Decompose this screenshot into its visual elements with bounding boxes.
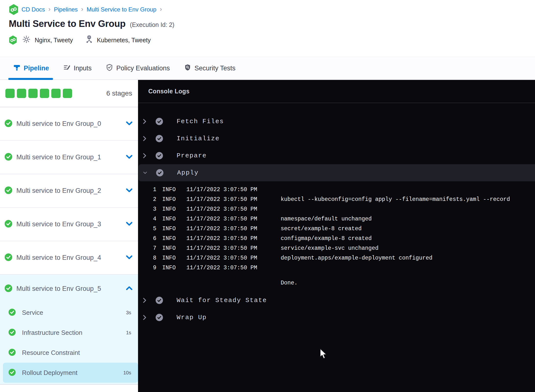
console-step-prepare[interactable]: Prepare: [138, 147, 535, 164]
environments-label[interactable]: Kubernetes, Tweety: [97, 37, 151, 44]
tab-pipeline-label: Pipeline: [24, 65, 49, 72]
tab-inputs-label: Inputs: [74, 65, 92, 72]
log-level: INFO: [162, 265, 186, 271]
console-logs-body: Fetch Files Initialize Prepare Apply: [138, 103, 535, 392]
console-step-label: Wrap Up: [177, 314, 207, 321]
step-row-service[interactable]: Service 3s: [0, 303, 138, 323]
stage-row[interactable]: Multi service to Env Group_2: [0, 174, 138, 208]
log-line-number: 6: [138, 235, 156, 242]
log-level: INFO: [162, 226, 186, 232]
step-name: Infrastructure Section: [22, 329, 120, 337]
chevron-up-icon[interactable]: [126, 286, 133, 291]
stage-row[interactable]: Multi service to Env Group_3: [0, 208, 138, 241]
console-step-label: Prepare: [177, 152, 207, 159]
execution-header: CD Docs › Pipelines › Multi Service to E…: [0, 0, 535, 57]
security-shield-icon: [184, 64, 191, 73]
console-step-label: Fetch Files: [177, 118, 224, 125]
stage-name: Multi service to Env Group_0: [16, 120, 122, 128]
tab-inputs[interactable]: Inputs: [63, 57, 92, 79]
stage-name: Multi service to Env Group_2: [16, 187, 122, 195]
breadcrumb-link-project[interactable]: CD Docs: [21, 6, 45, 13]
chevron-down-icon[interactable]: [126, 188, 133, 194]
stage-row[interactable]: Multi service to Env Group_0: [0, 107, 138, 141]
stage-progress-row: 6 stages: [0, 80, 138, 107]
chevron-down-icon[interactable]: [126, 121, 133, 127]
console-logs-panel: Console Logs Fetch Files Initialize Prep…: [138, 80, 535, 392]
chevron-down-icon[interactable]: [143, 171, 147, 174]
console-step-wait-for-steady-state[interactable]: Wait for Steady State: [138, 292, 535, 309]
services-gear-icon: [22, 35, 31, 45]
log-message: kubectl --kubeconfig=config apply --file…: [281, 196, 535, 203]
console-step-wrap-up[interactable]: Wrap Up: [138, 309, 535, 326]
tab-security-tests-label: Security Tests: [194, 65, 235, 72]
stage-row-expanded[interactable]: Multi service to Env Group_5: [0, 275, 138, 303]
log-timestamp: 11/17/2022 3:07:50 PM: [186, 216, 281, 222]
chevron-right-icon[interactable]: [143, 136, 147, 142]
stage-progress-square: [17, 89, 26, 98]
chevron-right-icon[interactable]: [143, 315, 147, 320]
console-step-apply-expanded[interactable]: Apply: [139, 164, 535, 181]
chevron-down-icon[interactable]: [126, 222, 133, 227]
log-done-line: Done.: [138, 278, 535, 288]
stage-name: Multi service to Env Group_3: [16, 220, 122, 228]
log-level: INFO: [162, 235, 186, 242]
log-message: namespace/default unchanged: [281, 216, 535, 222]
chevron-right-icon[interactable]: [143, 119, 147, 124]
tab-security-tests[interactable]: Security Tests: [184, 57, 235, 79]
execution-tabbar: Pipeline Inputs Policy Evaluations Secur…: [0, 57, 535, 80]
log-done-label: Done.: [281, 280, 298, 286]
log-line: 6INFO11/17/2022 3:07:50 PMconfigmap/exam…: [138, 234, 535, 243]
console-logs-header: Console Logs: [138, 80, 535, 103]
log-line: 9INFO11/17/2022 3:07:50 PM: [138, 263, 535, 273]
log-line-number: 3: [138, 206, 156, 212]
step-duration: 1s: [126, 330, 131, 336]
step-duration: 3s: [126, 310, 131, 316]
stage-progress-square: [5, 89, 15, 98]
tab-policy-evaluations-label: Policy Evaluations: [116, 65, 170, 72]
step-row-infrastructure[interactable]: Infrastructure Section 1s: [0, 323, 138, 343]
step-row-rollout-deployment-selected[interactable]: Rollout Deployment 10s: [3, 363, 138, 383]
stage-row[interactable]: Multi service to Env Group_4: [0, 241, 138, 275]
stage-row[interactable]: Multi service to Env Group_1: [0, 141, 138, 174]
log-line-number: 1: [138, 186, 156, 193]
breadcrumb-separator-icon: ›: [159, 6, 162, 13]
success-check-icon: [5, 186, 12, 195]
services-label[interactable]: Nginx, Tweety: [35, 37, 73, 44]
chevron-down-icon[interactable]: [126, 255, 133, 261]
breadcrumb-link-pipelines[interactable]: Pipelines: [54, 6, 78, 13]
log-timestamp: 11/17/2022 3:07:50 PM: [186, 245, 281, 251]
success-check-icon: [9, 309, 16, 317]
chevron-down-icon[interactable]: [126, 155, 133, 160]
log-message: configmap/example-8 created: [281, 235, 535, 242]
log-level: INFO: [162, 255, 186, 261]
log-level: INFO: [162, 206, 186, 212]
log-level: INFO: [162, 216, 186, 222]
breadcrumb-separator-icon: ›: [48, 6, 51, 13]
log-message: deployment.apps/example-deployment confi…: [281, 255, 535, 261]
breadcrumb-link-pipeline-name[interactable]: Multi Service to Env Group: [87, 6, 156, 13]
log-line: 8INFO11/17/2022 3:07:50 PMdeployment.app…: [138, 253, 535, 263]
stage-panel-bottom-area: [0, 385, 138, 392]
console-step-initialize[interactable]: Initialize: [138, 130, 535, 147]
stage-name: Multi service to Env Group_5: [16, 285, 122, 293]
log-level: INFO: [162, 186, 186, 193]
success-check-icon: [5, 284, 12, 293]
execution-main: 6 stages Multi service to Env Group_0 Mu…: [0, 80, 535, 392]
chevron-right-icon[interactable]: [143, 297, 147, 303]
log-timestamp: 11/17/2022 3:07:50 PM: [186, 235, 281, 242]
log-level: INFO: [162, 245, 186, 251]
chevron-right-icon[interactable]: [143, 153, 147, 159]
tab-policy-evaluations[interactable]: Policy Evaluations: [106, 57, 170, 79]
console-step-fetch-files[interactable]: Fetch Files: [138, 113, 535, 130]
pipeline-execution-page: CD Docs › Pipelines › Multi Service to E…: [0, 0, 535, 392]
step-row-resource-constraint[interactable]: Resource Constraint: [0, 343, 138, 363]
stage-progress-square: [28, 89, 38, 98]
tab-pipeline[interactable]: Pipeline: [13, 57, 49, 79]
step-success-check-icon: [156, 169, 163, 176]
step-success-check-icon: [156, 297, 163, 304]
log-line: 7INFO11/17/2022 3:07:50 PMservice/exampl…: [138, 243, 535, 253]
step-success-check-icon: [156, 314, 163, 321]
log-line-number: 8: [138, 255, 156, 261]
page-title: Multi Service to Env Group: [9, 19, 126, 29]
log-timestamp: 11/17/2022 3:07:50 PM: [186, 226, 281, 232]
